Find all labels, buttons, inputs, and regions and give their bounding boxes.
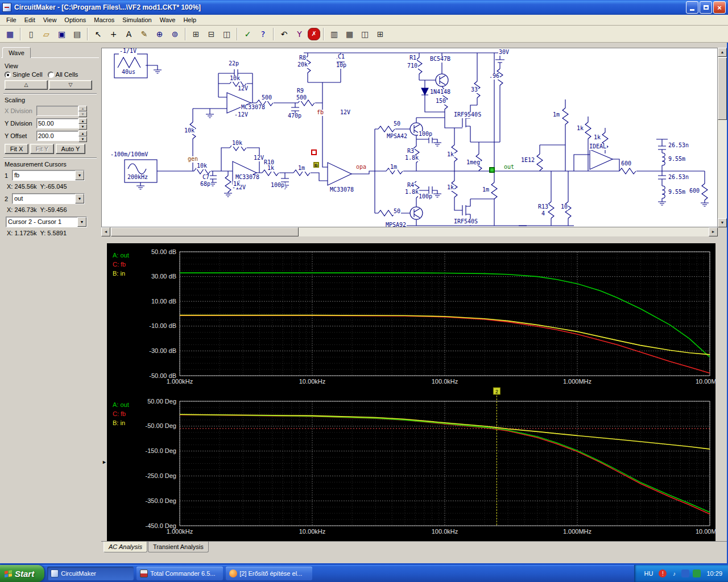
tab-ac-analysis[interactable]: AC Analysis — [104, 542, 147, 552]
schematic-canvas[interactable]: -1/1V40us22p10k12VMC33078-12V500R820kC11… — [101, 48, 718, 227]
schematic-label: 10p — [336, 63, 347, 69]
svg-text:2: 2 — [495, 389, 498, 394]
menu-help[interactable]: Help — [179, 15, 200, 24]
toolbar-undo-button[interactable]: ↶ — [277, 27, 291, 41]
scroll-left-arrow[interactable]: ◄ — [101, 227, 110, 236]
toolbar-save-file-button[interactable]: ▣ — [55, 27, 69, 41]
cursor-diff-select[interactable]: Cursor 2 - Cursor 1 ▼ — [6, 217, 87, 227]
toolbar-wave-window-button[interactable]: ▦ — [3, 27, 17, 41]
toolbar-waveform-1-button[interactable]: ▦ — [342, 27, 357, 41]
menu-view[interactable]: View — [39, 15, 61, 24]
y-offset-label: Y Offset — [5, 132, 36, 139]
schematic-label: MC33078 — [329, 187, 354, 193]
y-division-stepper[interactable]: ▲▼ — [78, 118, 87, 128]
y-offset-input[interactable] — [36, 131, 78, 141]
wave-up-button[interactable]: △ — [5, 80, 48, 90]
toolbar-separator — [87, 28, 88, 40]
security-alert-icon[interactable]: ! — [659, 569, 667, 577]
messenger-icon[interactable] — [693, 569, 701, 577]
schematic-label: out — [503, 164, 515, 171]
schematic-label: .96 — [489, 73, 500, 80]
minimize-button[interactable] — [686, 1, 698, 14]
auto-y-button[interactable]: Auto Y — [56, 144, 85, 154]
menu-macros[interactable]: Macros — [90, 15, 118, 24]
language-indicator[interactable]: HU — [642, 570, 656, 577]
vertical-scroll-thumb[interactable] — [718, 57, 727, 120]
scroll-down-arrow[interactable]: ▼ — [718, 218, 727, 227]
taskbar-item-circuitmaker[interactable]: CircuitMaker — [47, 567, 134, 580]
divider — [3, 157, 97, 159]
tab-wave[interactable]: Wave — [2, 47, 31, 58]
schematic-label: 10k — [196, 163, 208, 169]
svg-text:10.00kHz: 10.00kHz — [299, 378, 325, 385]
toolbar-zoom-tool-button[interactable]: ⊕ — [152, 27, 167, 41]
close-button[interactable]: × — [713, 1, 726, 14]
wave-down-button[interactable]: ▽ — [49, 80, 92, 90]
schematic-label: 1.8k — [404, 189, 419, 196]
y-division-input[interactable] — [36, 118, 78, 128]
schematic-label: 1m — [482, 187, 490, 193]
toolbar-check-run-button[interactable]: ✓ — [241, 27, 255, 41]
svg-text:1.000kHz: 1.000kHz — [167, 528, 193, 535]
toolbar-waveform-2-button[interactable]: ◫ — [358, 27, 372, 41]
menu-edit[interactable]: Edit — [20, 15, 39, 24]
schematic-label: 10 — [560, 204, 568, 210]
toolbar-add-component-button[interactable]: + — [106, 27, 121, 41]
schematic-label: R9 — [296, 88, 304, 94]
toolbar-search-tool-button[interactable]: ⊚ — [168, 27, 182, 41]
cursor1-signal-select[interactable]: fb ▼ — [12, 170, 85, 181]
toolbar-probe-y-button[interactable]: Y — [292, 27, 307, 41]
schematic-horizontal-scrollbar[interactable]: ◄ ► — [101, 227, 718, 236]
toolbar-print-button[interactable]: ▤ — [70, 27, 84, 41]
scroll-right-arrow[interactable]: ► — [709, 227, 718, 236]
menu-options[interactable]: Options — [60, 15, 90, 24]
waveform-plot-area[interactable]: 50.00 dB30.00 dB10.00 dB-10.00 dB-30.00 … — [107, 243, 715, 541]
toolbar-sheet-view-button[interactable]: ⊞ — [189, 27, 203, 41]
menu-simulation[interactable]: Simulation — [118, 15, 155, 24]
tab-transient-analysis[interactable]: Transient Analysis — [148, 542, 209, 552]
toolbar-stop-simulation-button[interactable]: ✗ — [308, 28, 320, 40]
chevron-down-icon[interactable]: ▼ — [75, 171, 84, 180]
schematic-label: BC547B — [429, 56, 451, 63]
chevron-down-icon[interactable]: ▼ — [75, 194, 84, 203]
toolbar-open-file-button[interactable]: ▱ — [39, 27, 53, 41]
menu-wave[interactable]: Wave — [156, 15, 180, 24]
horizontal-scroll-thumb[interactable] — [111, 227, 299, 236]
analysis-tabs: AC Analysis Transient Analysis — [101, 541, 728, 555]
scroll-up-arrow[interactable]: ▲ — [718, 48, 727, 57]
fit-y-button[interactable]: Fit Y — [30, 144, 54, 154]
clock: 10:29 — [706, 570, 722, 577]
svg-text:10.00 dB: 10.00 dB — [151, 298, 176, 305]
taskbar-item-browser[interactable]: [2] Erősítő építése el... — [226, 567, 312, 580]
taskbar-item-total-commander[interactable]: Total Commander 6.5... — [136, 567, 223, 580]
menu-bar: File Edit View Options Macros Simulation… — [0, 15, 728, 26]
toolbar-new-document-button[interactable]: ▯ — [24, 27, 38, 41]
menu-file[interactable]: File — [2, 15, 20, 24]
toolbar-select-tool-button[interactable]: ↖ — [91, 27, 105, 41]
start-button[interactable]: Start — [0, 565, 44, 582]
toolbar-pan-view-button[interactable]: ◫ — [220, 27, 234, 41]
schematic-label: 12V — [237, 86, 249, 92]
toolbar-node-view-button[interactable]: ⊟ — [204, 27, 218, 41]
fit-x-button[interactable]: Fit X — [5, 144, 28, 154]
network-icon[interactable] — [681, 569, 689, 577]
toolbar-edit-tool-button[interactable]: ✎ — [137, 27, 151, 41]
all-cells-radio[interactable] — [48, 72, 54, 78]
chevron-down-icon[interactable]: ▼ — [77, 217, 86, 227]
cursor2-signal-select[interactable]: out ▼ — [12, 193, 85, 204]
svg-text:100.0kHz: 100.0kHz — [432, 378, 458, 385]
y-offset-stepper[interactable]: ▲▼ — [78, 131, 87, 141]
ac-analysis-plots[interactable]: 50.00 dB30.00 dB10.00 dB-10.00 dB-30.00 … — [107, 243, 715, 541]
toolbar-separator — [185, 28, 186, 40]
volume-icon[interactable]: ♪ — [670, 569, 678, 577]
toolbar-waveform-3-button[interactable]: ⊞ — [373, 27, 387, 41]
x-division-stepper: ▲▼ — [78, 106, 87, 116]
panel-splitter-handle[interactable]: ► — [102, 458, 107, 466]
toolbar-help-button[interactable]: ? — [256, 27, 270, 41]
toolbar-text-tool-button[interactable]: A — [122, 27, 136, 41]
restore-button[interactable] — [700, 1, 712, 14]
single-cell-radio[interactable] — [5, 72, 11, 78]
schematic-vertical-scrollbar[interactable]: ▲ ▼ — [718, 48, 727, 227]
schematic-label: C7 — [202, 174, 210, 181]
toolbar-split-horizontal-button[interactable]: ▥ — [327, 27, 341, 41]
